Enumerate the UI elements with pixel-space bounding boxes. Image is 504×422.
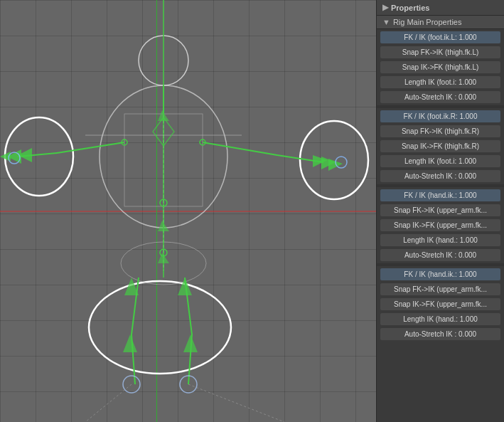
svg-point-4 xyxy=(89,281,231,374)
btn-length-ik-hand-r[interactable]: Length IK (hand.: 1.000 xyxy=(380,312,501,326)
section-hand-left: FK / IK (hand.ik.: 1.000 Snap FK->IK (up… xyxy=(377,187,504,263)
btn-snap-ik-fk-upper-arm-r[interactable]: Snap IK->FK (upper_arm.fk... xyxy=(380,297,501,311)
btn-length-ik-hand-l[interactable]: Length IK (hand.: 1.000 xyxy=(380,233,501,247)
btn-snap-fk-ik-thigh-l[interactable]: Snap FK->IK (thigh.fk.L) xyxy=(380,46,501,59)
properties-arrow: ▶ xyxy=(382,3,388,12)
btn-snap-fk-ik-upper-arm-l[interactable]: Snap FK->IK (upper_arm.fk... xyxy=(380,204,501,217)
btn-autostretch-ik-r[interactable]: Auto-Stretch IK : 0.000 xyxy=(380,169,501,183)
viewport[interactable] xyxy=(0,0,376,422)
section-hand-right: FK / IK (hand.ik.: 1.000 Snap FK->IK (up… xyxy=(377,266,504,342)
btn-fk-ik-hand-l[interactable]: FK / IK (hand.ik.: 1.000 xyxy=(380,189,501,202)
svg-marker-11 xyxy=(123,334,137,352)
btn-fk-ik-foot-l[interactable]: FK / IK (foot.ik.L: 1.000 xyxy=(380,31,501,44)
rig-main-properties-label: Rig Main Properties xyxy=(393,18,462,26)
main-container: ▶ Properties ▼ Rig Main Properties FK / … xyxy=(0,0,504,422)
btn-autostretch-ik-hand-l[interactable]: Auto-Stretch IK : 0.000 xyxy=(380,248,501,262)
btn-snap-fk-ik-upper-arm-r[interactable]: Snap FK->IK (upper_arm.fk... xyxy=(380,283,501,296)
svg-line-22 xyxy=(203,142,277,155)
svg-line-17 xyxy=(57,142,124,153)
btn-snap-ik-fk-thigh-l[interactable]: Snap IK->FK (thigh.fk.L) xyxy=(380,60,501,74)
btn-length-ik-foot-r[interactable]: Length IK (foot.i: 1.000 xyxy=(380,154,501,168)
properties-header-label: Properties xyxy=(391,4,429,12)
svg-line-36 xyxy=(85,384,132,422)
properties-header: ▶ Properties xyxy=(377,0,504,16)
rig-props-arrow: ▼ xyxy=(382,18,390,26)
svg-line-37 xyxy=(188,384,284,422)
btn-fk-ik-hand-r[interactable]: FK / IK (hand.ik.: 1.000 xyxy=(380,268,501,281)
btn-length-ik-foot-l[interactable]: Length IK (foot.i: 1.000 xyxy=(380,75,501,89)
right-panel: ▶ Properties ▼ Rig Main Properties FK / … xyxy=(376,0,504,422)
btn-fk-ik-foot-r[interactable]: FK / IK (foot.ik.R: 1.000 xyxy=(380,110,501,123)
section-foot-left: FK / IK (foot.ik.L: 1.000 Snap FK->IK (t… xyxy=(377,29,504,105)
btn-snap-fk-ik-thigh-r[interactable]: Snap FK->IK (thigh.fk.R) xyxy=(380,125,501,138)
section-foot-right: FK / IK (foot.ik.R: 1.000 Snap FK->IK (t… xyxy=(377,108,504,184)
btn-autostretch-ik-hand-r[interactable]: Auto-Stretch IK : 0.000 xyxy=(380,327,501,341)
btn-snap-ik-fk-thigh-r[interactable]: Snap IK->FK (thigh.fk.R) xyxy=(380,139,501,153)
btn-autostretch-ik-l[interactable]: Auto-Stretch IK : 0.000 xyxy=(380,90,501,104)
btn-snap-ik-fk-upper-arm-l[interactable]: Snap IK->FK (upper_arm.fk... xyxy=(380,218,501,232)
rig-canvas xyxy=(0,0,376,422)
rig-main-properties-header[interactable]: ▼ Rig Main Properties xyxy=(377,16,504,29)
svg-marker-15 xyxy=(183,334,198,352)
